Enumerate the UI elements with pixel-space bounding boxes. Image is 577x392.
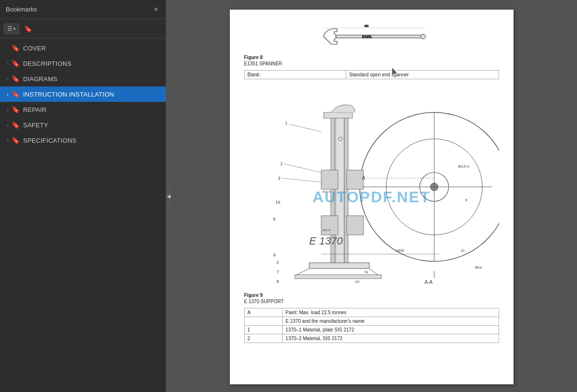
- expand-arrow-safety: ›: [4, 122, 12, 128]
- part-desc-1: 1370–1 Material, plate SIS 2172: [282, 326, 499, 334]
- table-row: 2 1370–2 Material, SIS 2172: [244, 334, 499, 343]
- sidebar-item-label-instruction: INSTRUCTION INSTALLATION: [23, 91, 160, 98]
- sidebar-item-label-descriptions: DESCRIPTIONS: [23, 60, 160, 67]
- expand-arrow-repair: ›: [4, 107, 12, 112]
- sidebar-item-label-specifications: SPECIFICATIONS: [23, 137, 160, 144]
- part-id-2: 2: [244, 334, 282, 343]
- dropdown-arrow-icon: ▾: [13, 26, 16, 31]
- svg-text:E1351: E1351: [362, 35, 372, 38]
- svg-text:10: 10: [461, 249, 464, 252]
- main-content[interactable]: AUTOPDF.NET E1351: [166, 0, 577, 392]
- expand-arrow-specifications: ›: [4, 138, 12, 143]
- figure9-section: Figure 9 E 1370 SUPPORT A Paint: Max. lo…: [244, 293, 499, 343]
- svg-text:A: A: [362, 175, 365, 181]
- sidebar-item-diagrams[interactable]: › 🔖 DIAGRAMS: [0, 71, 166, 86]
- sidebar-item-cover[interactable]: 🔖 COVER: [0, 40, 166, 56]
- table-row: A Paint: Max. load 22.5 tonnes: [244, 308, 499, 317]
- table-cell-spanner-desc: Standard open end spanner: [346, 71, 499, 79]
- sidebar-header: Bookmarks ×: [0, 0, 166, 19]
- bookmark-list: 🔖 COVER › 🔖 DESCRIPTIONS › 🔖 DIAGRAMS › …: [0, 38, 166, 392]
- bookmark-icon: 🔖: [24, 25, 32, 33]
- svg-text:Bkur: Bkur: [475, 266, 482, 269]
- svg-text:2400: 2400: [396, 248, 404, 253]
- svg-point-2: [421, 34, 426, 39]
- view-options-button[interactable]: ☰ ▾: [4, 24, 19, 34]
- sidebar-item-label-diagrams: DIAGRAMS: [23, 75, 160, 83]
- table-row: Blank: Standard open end spanner: [244, 71, 499, 79]
- menu-icon: ☰: [7, 25, 13, 32]
- table-row: 1 1370–1 Material, plate SIS 2172: [244, 326, 499, 334]
- svg-text:E 1370: E 1370: [309, 235, 343, 247]
- figure8-section: E1351 300 Figure 8 E1351 SPANNER Blank: …: [244, 23, 499, 79]
- part-id-1: 1: [244, 326, 282, 334]
- svg-text:10: 10: [355, 280, 359, 284]
- bookmark-new-button[interactable]: 🔖: [21, 23, 35, 35]
- sidebar-item-descriptions[interactable]: › 🔖 DESCRIPTIONS: [0, 56, 166, 71]
- svg-text:2: 2: [280, 161, 283, 166]
- technical-drawing: E 1370 A-A A 2400 1 2 3 15 6: [244, 86, 499, 288]
- sidebar-item-specifications[interactable]: › 🔖 SPECIFICATIONS: [0, 133, 166, 148]
- svg-rect-21: [321, 170, 338, 189]
- bookmark-icon-repair: 🔖: [12, 106, 20, 113]
- bookmark-icon-specifications: 🔖: [12, 136, 20, 144]
- sidebar: Bookmarks × ☰ ▾ 🔖 🔖 COVER › 🔖 DESCRIPTIO…: [0, 0, 166, 392]
- sidebar-toolbar: ☰ ▾ 🔖: [0, 19, 166, 38]
- figure9-caption: Figure 9: [244, 293, 499, 298]
- svg-text:6: 6: [273, 217, 276, 221]
- spanner-drawing: E1351 300: [319, 23, 425, 52]
- sidebar-item-label-repair: REPAIR: [23, 106, 160, 113]
- svg-rect-17: [309, 263, 369, 269]
- svg-text:A-A: A-A: [425, 280, 433, 285]
- expand-arrow-descriptions: ›: [4, 61, 12, 66]
- bookmark-icon-cover: 🔖: [12, 44, 20, 52]
- bookmark-icon-descriptions: 🔖: [12, 60, 20, 67]
- svg-text:9: 9: [273, 253, 276, 257]
- part-id-empty: [244, 317, 282, 326]
- svg-rect-24: [347, 216, 364, 235]
- figure8-subtitle: E1351 SPANNER: [244, 61, 499, 66]
- part-desc-2: 1370–2 Material, SIS 2172: [282, 334, 499, 343]
- sidebar-item-safety[interactable]: › 🔖 SAFETY: [0, 117, 166, 133]
- expand-arrow-instruction: ›: [4, 92, 12, 97]
- svg-rect-22: [347, 170, 364, 189]
- svg-text:300: 300: [364, 24, 369, 27]
- svg-rect-16: [324, 112, 352, 118]
- svg-text:Ø4,5÷3: Ø4,5÷3: [458, 165, 469, 168]
- expand-arrow-diagrams: ›: [4, 76, 12, 82]
- part-desc-a2: E 1370 and the manufacturer's name: [282, 317, 499, 326]
- svg-text:Ø,5÷3: Ø,5÷3: [323, 190, 331, 193]
- svg-text:Ø,6÷3: Ø,6÷3: [323, 229, 331, 232]
- part-id-a: A: [244, 308, 282, 317]
- sidebar-item-instruction-installation[interactable]: › 🔖 INSTRUCTION INSTALLATION: [0, 86, 166, 102]
- figure9-subtitle: E 1370 SUPPORT: [244, 299, 499, 304]
- bookmark-icon-diagrams: 🔖: [12, 75, 20, 83]
- bookmark-icon-instruction: 🔖: [12, 90, 20, 98]
- figure8-caption: Figure 8: [244, 55, 499, 60]
- svg-text:SI: SI: [364, 270, 368, 274]
- svg-text:7: 7: [276, 270, 279, 274]
- figure8-table: Blank: Standard open end spanner: [244, 70, 499, 79]
- sidebar-collapse-handle[interactable]: ◀: [166, 186, 172, 206]
- svg-text:3: 3: [278, 176, 280, 181]
- sidebar-item-label-cover: COVER: [23, 45, 160, 52]
- svg-text:1: 1: [285, 121, 288, 125]
- table-cell-blank: Blank:: [244, 71, 346, 79]
- sidebar-item-label-safety: SAFETY: [23, 122, 160, 129]
- svg-text:15: 15: [276, 200, 280, 205]
- bookmark-icon-safety: 🔖: [12, 121, 20, 129]
- svg-rect-20: [295, 275, 381, 279]
- svg-text:2: 2: [276, 260, 279, 265]
- table-row: E 1370 and the manufacturer's name: [244, 317, 499, 326]
- svg-rect-23: [321, 216, 338, 235]
- close-button[interactable]: ×: [152, 5, 160, 14]
- part-desc-a1: Paint: Max. load 22.5 tonnes: [282, 308, 499, 317]
- svg-rect-1: [336, 35, 423, 38]
- pdf-page: AUTOPDF.NET E1351: [230, 10, 514, 384]
- svg-text:8: 8: [276, 279, 279, 284]
- figure9-table: A Paint: Max. load 22.5 tonnes E 1370 an…: [244, 308, 499, 343]
- svg-text:6: 6: [465, 198, 467, 202]
- sidebar-title: Bookmarks: [6, 6, 37, 13]
- sidebar-item-repair[interactable]: › 🔖 REPAIR: [0, 102, 166, 117]
- collapse-arrow-icon: ◀: [167, 194, 171, 199]
